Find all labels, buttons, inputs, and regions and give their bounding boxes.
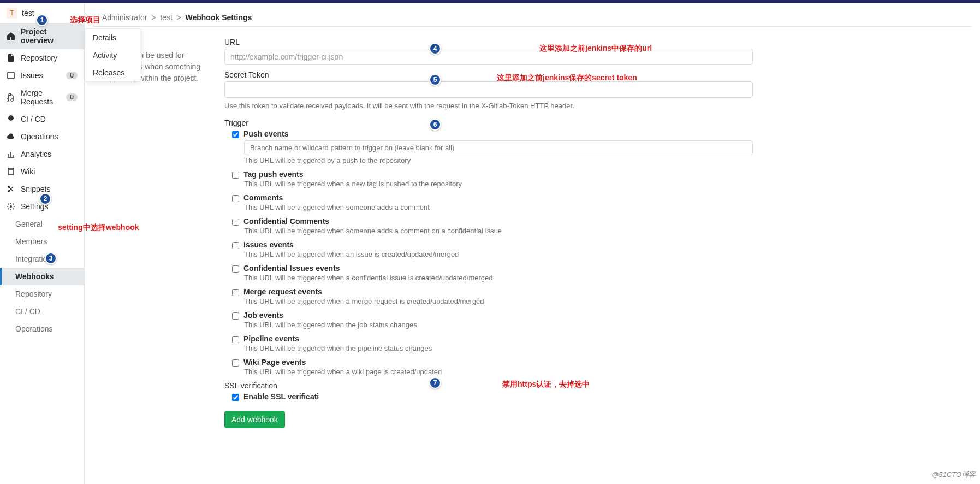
trigger-checkbox[interactable] — [232, 289, 239, 296]
nav-analytics[interactable]: Analytics — [0, 145, 84, 163]
trigger-label: Trigger — [224, 119, 753, 127]
nav-settings[interactable]: Settings — [0, 198, 84, 215]
trigger-title: Pipeline events — [243, 334, 299, 343]
trigger-6: Merge request eventsThis URL will be tri… — [232, 287, 753, 305]
nav-label: Project overview — [21, 27, 78, 45]
flyout-activity[interactable]: Activity — [85, 46, 141, 64]
nav-label: Issues — [21, 71, 43, 80]
rocket-icon — [7, 115, 15, 123]
trigger-checkbox[interactable] — [232, 336, 239, 343]
trigger-1: Tag push eventsThis URL will be triggere… — [232, 170, 753, 188]
nav-label: Analytics — [21, 150, 51, 158]
project-avatar: T — [7, 8, 17, 19]
trigger-9: Wiki Page eventsThis URL will be trigger… — [232, 358, 753, 376]
trigger-0: Push eventsThis URL will be triggered by… — [232, 129, 753, 164]
subnav-general[interactable]: General — [0, 215, 84, 233]
chart-icon — [7, 150, 15, 158]
svg-point-2 — [8, 186, 10, 188]
trigger-desc: This URL will be triggered when someone … — [244, 203, 753, 211]
trigger-desc: This URL will be triggered when a confid… — [244, 274, 753, 282]
trigger-desc: This URL will be triggered when the job … — [244, 321, 753, 329]
webhook-form: URL Secret Token Use this token to valid… — [224, 36, 753, 428]
trigger-checkbox[interactable] — [232, 242, 239, 249]
trigger-desc: This URL will be triggered when a merge … — [244, 297, 753, 305]
token-input[interactable] — [224, 81, 753, 98]
nav-label: Repository — [21, 54, 57, 62]
trigger-checkbox[interactable] — [232, 131, 239, 138]
subnav-webhooks[interactable]: Webhooks — [0, 268, 84, 285]
project-header[interactable]: T test — [0, 3, 84, 23]
nav-wiki[interactable]: Wiki — [0, 163, 84, 180]
trigger-checkbox[interactable] — [232, 219, 239, 226]
settings-submenu: General Members Integrations Webhooks Re… — [0, 215, 84, 338]
trigger-2: CommentsThis URL will be triggered when … — [232, 193, 753, 211]
ssl-checkbox-label: Enable SSL verificati — [243, 392, 319, 401]
trigger-title: Issues events — [243, 240, 294, 249]
overview-flyout: Details Activity Releases — [85, 28, 141, 82]
flyout-releases[interactable]: Releases — [85, 64, 141, 81]
subnav-integrations[interactable]: Integrations — [0, 250, 84, 268]
main-content: Administrator > test > Webhook Settings … — [85, 3, 980, 484]
issues-count: 0 — [66, 72, 78, 79]
trigger-3: Confidential CommentsThis URL will be tr… — [232, 217, 753, 235]
trigger-title: Job events — [243, 311, 283, 320]
svg-point-3 — [10, 205, 12, 208]
subnav-cicd[interactable]: CI / CD — [0, 303, 84, 320]
nav-operations[interactable]: Operations — [0, 128, 84, 145]
trigger-checkbox[interactable] — [232, 312, 239, 320]
nav-label: Wiki — [21, 167, 35, 176]
nav-label: Merge Requests — [21, 88, 61, 106]
issues-icon — [7, 71, 15, 80]
gear-icon — [7, 202, 15, 211]
breadcrumb-project[interactable]: test — [160, 13, 173, 22]
trigger-title: Comments — [243, 193, 283, 202]
trigger-checkbox[interactable] — [232, 195, 239, 202]
nav-snippets[interactable]: Snippets — [0, 180, 84, 198]
scissors-icon — [7, 185, 15, 193]
book-icon — [7, 167, 15, 176]
trigger-checkbox[interactable] — [232, 359, 239, 367]
nav-repository[interactable]: Repository — [0, 49, 84, 67]
branch-filter-input[interactable] — [244, 140, 753, 155]
trigger-title: Tag push events — [243, 170, 303, 179]
trigger-desc: This URL will be triggered when an issue… — [244, 250, 753, 258]
breadcrumb-admin[interactable]: Administrator — [102, 13, 147, 22]
subnav-members[interactable]: Members — [0, 233, 84, 250]
flyout-details[interactable]: Details — [85, 29, 141, 46]
nav-label: CI / CD — [21, 115, 46, 123]
trigger-title: Push events — [243, 129, 288, 138]
project-name: test — [22, 9, 34, 17]
svg-point-1 — [8, 190, 10, 192]
nav-project-overview[interactable]: Project overview — [0, 23, 84, 49]
url-input[interactable] — [224, 49, 753, 65]
cloud-icon — [7, 132, 15, 141]
subnav-repository[interactable]: Repository — [0, 285, 84, 303]
trigger-title: Merge request events — [243, 287, 322, 296]
trigger-checkbox[interactable] — [232, 265, 239, 273]
nav-issues[interactable]: Issues 0 — [0, 67, 84, 84]
ssl-checkbox[interactable] — [232, 394, 239, 401]
nav-cicd[interactable]: CI / CD — [0, 110, 84, 128]
add-webhook-button[interactable]: Add webhook — [224, 411, 285, 428]
trigger-7: Job eventsThis URL will be triggered whe… — [232, 311, 753, 329]
trigger-title: Wiki Page events — [243, 358, 306, 367]
trigger-desc: This URL will be triggered when the pipe… — [244, 344, 753, 352]
token-help: Use this token to validate received payl… — [224, 101, 753, 111]
svg-rect-0 — [8, 72, 14, 79]
trigger-title: Confidential Issues events — [243, 264, 340, 273]
trigger-checkbox[interactable] — [232, 172, 239, 179]
nav-label: Settings — [21, 202, 49, 211]
nav-label: Snippets — [21, 185, 50, 193]
nav-merge-requests[interactable]: Merge Requests 0 — [0, 84, 84, 110]
subnav-operations[interactable]: Operations — [0, 320, 84, 338]
breadcrumb: Administrator > test > Webhook Settings — [93, 9, 971, 27]
trigger-4: Issues eventsThis URL will be triggered … — [232, 240, 753, 258]
doc-icon — [7, 54, 15, 62]
url-label: URL — [224, 38, 753, 46]
merge-count: 0 — [66, 93, 78, 101]
trigger-desc: This URL will be triggered when someone … — [244, 227, 753, 235]
trigger-desc: This URL will be triggered when a wiki p… — [244, 368, 753, 376]
breadcrumb-current: Webhook Settings — [186, 13, 252, 22]
watermark: @51CTO博客 — [931, 470, 976, 480]
trigger-5: Confidential Issues eventsThis URL will … — [232, 264, 753, 282]
